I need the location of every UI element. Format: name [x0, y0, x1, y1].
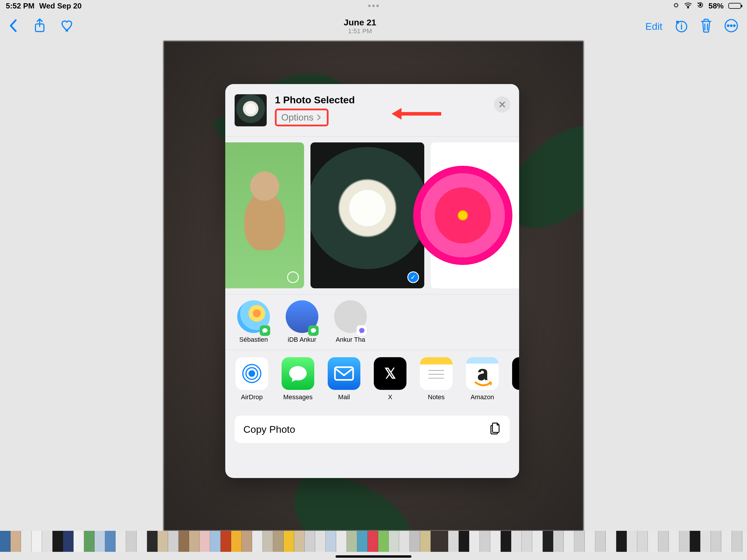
share-apps-row[interactable]: AirDrop Messages Mail 𝕏 X Notes [225, 350, 519, 409]
share-app-mail[interactable]: Mail [327, 357, 361, 409]
share-app-airdrop[interactable]: AirDrop [235, 357, 269, 409]
contact-name: Ankur Tha [332, 336, 369, 343]
trash-button[interactable] [700, 18, 713, 34]
thumbnail-strip[interactable] [0, 531, 747, 552]
dnd-icon [673, 1, 679, 10]
airdrop-icon [235, 357, 268, 390]
battery-icon [728, 3, 741, 9]
share-app-messages[interactable]: Messages [281, 357, 315, 409]
svg-point-6 [727, 25, 729, 26]
rotation-lock-icon [697, 1, 704, 10]
x-icon: 𝕏 [374, 357, 407, 390]
status-bar: 5:52 PM Wed Sep 20 58% [0, 0, 747, 12]
close-button[interactable] [494, 96, 510, 113]
amazon-icon [466, 357, 499, 390]
share-contact[interactable]: Ankur Tha [332, 300, 369, 350]
home-indicator[interactable] [336, 555, 411, 558]
svg-point-8 [733, 25, 735, 26]
contact-name: iDB Ankur [283, 336, 321, 343]
svg-point-9 [249, 371, 255, 377]
share-contact[interactable]: Sébastien [235, 300, 273, 350]
app-label: Messages [281, 393, 315, 401]
messages-badge-icon [308, 325, 319, 336]
share-contact[interactable]: iDB Ankur [283, 300, 321, 350]
share-sheet: 1 Photo Selected Options ✓ [225, 84, 519, 478]
svg-rect-12 [335, 367, 353, 380]
selection-ring-icon[interactable] [287, 272, 299, 283]
messages-badge-icon [260, 325, 270, 336]
messenger-badge-icon [357, 325, 367, 336]
info-button[interactable] [674, 19, 688, 34]
battery-percent: 58% [709, 1, 724, 10]
share-photo-item[interactable]: ✓ [310, 143, 424, 288]
app-label: Mail [327, 393, 361, 401]
share-thumbnail [235, 94, 267, 126]
action-label: Copy Photo [243, 424, 295, 435]
favorite-button[interactable] [61, 19, 75, 33]
share-title: 1 Photo Selected [275, 94, 355, 106]
annotation-arrow [392, 110, 441, 117]
app-label: Th [511, 393, 519, 401]
app-label: X [373, 393, 407, 401]
multitask-handle[interactable] [368, 5, 379, 7]
back-button[interactable] [9, 19, 19, 34]
share-app-partial[interactable]: Th [511, 357, 519, 409]
share-contacts-row[interactable]: Sébastien iDB Ankur Ankur Tha [225, 295, 519, 350]
contact-name: Sébastien [235, 336, 273, 343]
svg-point-7 [730, 25, 732, 26]
options-label: Options [281, 112, 313, 123]
svg-point-0 [674, 3, 677, 7]
share-button[interactable] [33, 18, 46, 34]
status-date: Wed Sep 20 [39, 1, 81, 10]
svg-rect-2 [699, 4, 701, 6]
messages-icon [282, 357, 314, 390]
share-photo-item[interactable] [431, 143, 519, 288]
share-app-x[interactable]: 𝕏 X [373, 357, 407, 409]
share-options-button[interactable]: Options [275, 108, 329, 126]
selection-check-icon[interactable]: ✓ [407, 272, 419, 283]
share-photo-item[interactable] [225, 143, 304, 288]
mail-icon [328, 357, 360, 390]
copy-photo-action[interactable]: Copy Photo [235, 415, 510, 443]
app-label: AirDrop [235, 393, 269, 401]
more-button[interactable] [724, 19, 738, 34]
share-sheet-header: 1 Photo Selected Options [225, 84, 519, 136]
photo-toolbar: June 21 1:51 PM Edit [0, 12, 747, 41]
share-app-amazon[interactable]: Amazon [465, 357, 499, 409]
share-app-notes[interactable]: Notes [419, 357, 454, 409]
photo-date: June 21 [344, 18, 377, 27]
notes-icon [420, 357, 453, 390]
photo-time: 1:51 PM [344, 27, 377, 35]
share-actions-list: Copy Photo [225, 409, 519, 450]
copy-icon [489, 422, 501, 437]
svg-point-1 [688, 7, 688, 8]
share-photo-carousel[interactable]: ✓ [225, 136, 519, 294]
status-time: 5:52 PM [6, 1, 34, 10]
app-label: Notes [419, 393, 454, 401]
wifi-icon [684, 1, 692, 10]
app-icon [512, 357, 519, 390]
edit-button[interactable]: Edit [645, 21, 662, 32]
app-label: Amazon [465, 393, 499, 401]
